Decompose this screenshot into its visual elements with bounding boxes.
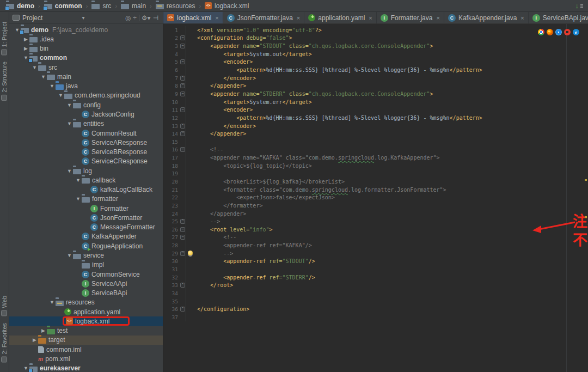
line-number[interactable]: 19 <box>163 170 180 176</box>
settings-gear-icon[interactable]: ⚙▾ <box>140 14 152 22</box>
tool-window-button-web[interactable]: Web <box>1 296 8 316</box>
tree-item-JsonFormatter[interactable]: CJsonFormatter <box>9 213 163 222</box>
fold-column[interactable]: ^ <box>180 305 186 313</box>
tab-application.yaml[interactable]: application.yaml× <box>304 12 376 23</box>
line-number[interactable]: 6 <box>163 67 180 73</box>
line-number[interactable]: 24 <box>163 211 180 217</box>
tree-item-eurekaserver[interactable]: ▼eurekaserver <box>9 364 163 372</box>
ie-browser-icon[interactable]: e <box>573 29 579 35</box>
code-line[interactable]: 21 <formatter class="com.demo.springclou… <box>163 186 584 194</box>
fold-column[interactable]: − <box>180 225 186 234</box>
fold-start-icon[interactable]: − <box>180 35 185 40</box>
code-line[interactable]: 32 <appender-ref ref="STDERR"/> <box>163 273 584 282</box>
safari-browser-icon[interactable] <box>555 29 562 35</box>
line-number[interactable]: 12 <box>163 115 180 121</box>
line-number[interactable]: 20 <box>163 179 180 185</box>
breadcrumb-item-src[interactable]: src <box>90 2 113 10</box>
tree-item-test[interactable]: ▶test <box>9 326 163 336</box>
breadcrumb-item-logback.xml[interactable]: <>logback.xml <box>203 2 250 10</box>
chevron-expanded-icon[interactable]: ▼ <box>57 93 64 98</box>
code-line[interactable]: 5− <encoder> <box>163 58 584 66</box>
chevron-expanded-icon[interactable]: ▼ <box>40 74 47 80</box>
fold-end-icon[interactable]: ^ <box>180 251 185 256</box>
tree-item-com.demo.springcloud[interactable]: ▼com.demo.springcloud <box>9 91 163 100</box>
breadcrumb-item-resources[interactable]: resources <box>154 2 197 10</box>
code-line[interactable]: 35 <box>163 297 584 306</box>
breadcrumb-item-main[interactable]: main <box>119 2 148 10</box>
fold-column[interactable]: − <box>180 90 186 98</box>
chevron-expanded-icon[interactable]: ▼ <box>66 168 73 174</box>
firefox-browser-icon[interactable] <box>547 29 553 35</box>
line-number[interactable]: 5 <box>163 59 180 65</box>
chevron-expanded-icon[interactable]: ▼ <box>75 178 82 183</box>
code-line[interactable]: 33^ </root> <box>163 282 584 290</box>
line-number[interactable]: 27 <box>163 234 180 240</box>
fold-column[interactable]: − <box>180 34 186 42</box>
tree-item-resources[interactable]: ▼resources <box>9 298 163 307</box>
fold-column[interactable]: − <box>180 146 186 154</box>
tree-item-JacksonConfig[interactable]: CJacksonConfig <box>9 109 163 119</box>
hide-panel-icon[interactable]: ⊣ <box>152 14 160 22</box>
chevron-collapsed-icon[interactable]: ▶ <box>22 46 29 51</box>
code-line[interactable]: 14^ </appender> <box>163 130 584 138</box>
code-line[interactable]: 2−<configuration debug="false"> <box>163 34 584 42</box>
tool-window-button-favorites[interactable]: 2: Favorites <box>1 323 8 362</box>
line-number[interactable]: 4 <box>163 51 180 57</box>
code-line[interactable]: 8^ </appender> <box>163 82 584 90</box>
code-line[interactable]: 3− <appender name="STDOUT" class="ch.qos… <box>163 42 584 50</box>
line-number[interactable]: 1 <box>163 27 180 33</box>
tree-item-src[interactable]: ▼src <box>9 63 163 72</box>
line-number[interactable]: 30 <box>163 258 180 264</box>
tab-logback.xml[interactable]: <>logback.xml× <box>163 12 223 23</box>
tree-item-service[interactable]: ▼service <box>9 251 163 260</box>
code-line[interactable]: 28 <appender-ref ref="KAFKA"/> <box>163 241 584 249</box>
fold-column[interactable]: − <box>180 58 186 66</box>
line-number[interactable]: 37 <box>163 314 180 320</box>
code-line[interactable]: 13^ </encoder> <box>163 122 584 130</box>
code-line[interactable]: 16− <!-- <box>163 146 584 154</box>
fold-end-icon[interactable]: ^ <box>180 307 185 312</box>
fold-column[interactable]: ^ <box>180 217 186 225</box>
line-number[interactable]: 21 <box>163 187 180 193</box>
tab-Formatter.java[interactable]: IFormatter.java× <box>377 12 444 23</box>
tree-item-ServiceBApi[interactable]: IServiceBApi <box>9 288 163 297</box>
tree-item-demo[interactable]: ▼demoF:\java_code\demo <box>9 25 163 34</box>
code-line[interactable]: 6 <pattern>%d{HH:mm:ss.SSS} [%thread] %-… <box>163 66 584 74</box>
code-line[interactable]: 11− <encoder> <box>163 106 584 114</box>
code-line[interactable]: 37 <box>163 313 584 321</box>
vcs-update-widget[interactable]: ↓ <box>575 2 584 9</box>
tree-item-callback[interactable]: ▼callback <box>9 175 163 185</box>
chevron-expanded-icon[interactable]: ▼ <box>75 196 82 202</box>
code-editor[interactable]: 1<?xml version="1.0" encoding="utf-8"?>2… <box>163 24 588 372</box>
fold-column[interactable]: − <box>180 106 186 114</box>
fold-start-icon[interactable]: − <box>180 147 185 152</box>
code-line[interactable]: 20 <brokerList>${log_kafka}</brokerList> <box>163 178 584 186</box>
close-tab-icon[interactable]: × <box>436 15 439 21</box>
line-number[interactable]: 3 <box>163 43 180 49</box>
fold-column[interactable]: ^ <box>180 74 186 82</box>
tree-item-RogueApplication[interactable]: CRogueApplication <box>9 241 163 251</box>
opera-browser-icon[interactable] <box>564 29 571 35</box>
line-number[interactable]: 11 <box>163 107 180 113</box>
fold-end-icon[interactable]: ^ <box>180 124 185 129</box>
chevron-expanded-icon[interactable]: ▼ <box>66 102 73 108</box>
tree-item-KafkaAppender[interactable]: CKafkaAppender <box>9 232 163 241</box>
chevron-collapsed-icon[interactable]: ▶ <box>31 337 38 343</box>
close-tab-icon[interactable]: × <box>520 15 524 21</box>
tab-KafkaAppender.java[interactable]: CKafkaAppender.java× <box>444 12 529 23</box>
line-number[interactable]: 14 <box>163 131 180 137</box>
tree-item-kafkaLogCallBack[interactable]: CkafkaLogCallBack <box>9 185 163 194</box>
tab-JsonFormatter.java[interactable]: CJsonFormatter.java× <box>223 12 304 23</box>
code-line[interactable]: 30 <appender-ref ref="STDOUT"/> <box>163 258 584 266</box>
chevron-expanded-icon[interactable]: ▼ <box>48 300 56 305</box>
code-line[interactable]: 18 <topic>${log_topic}</topic> <box>163 162 584 170</box>
line-number[interactable]: 22 <box>163 194 180 200</box>
fold-end-icon[interactable]: ^ <box>180 283 185 288</box>
tree-item-impl[interactable]: impl <box>9 260 163 270</box>
tree-item-ServiceAResponse[interactable]: CServiceAResponse <box>9 138 163 147</box>
code-line[interactable]: 29^ --> <box>163 249 584 258</box>
tree-item-CommonService[interactable]: CCommonService <box>9 270 163 279</box>
fold-start-icon[interactable]: − <box>180 227 185 232</box>
tree-item-logback.xml[interactable]: <>logback.xml <box>9 316 163 326</box>
tree-item-Formatter[interactable]: IFormatter <box>9 204 163 213</box>
